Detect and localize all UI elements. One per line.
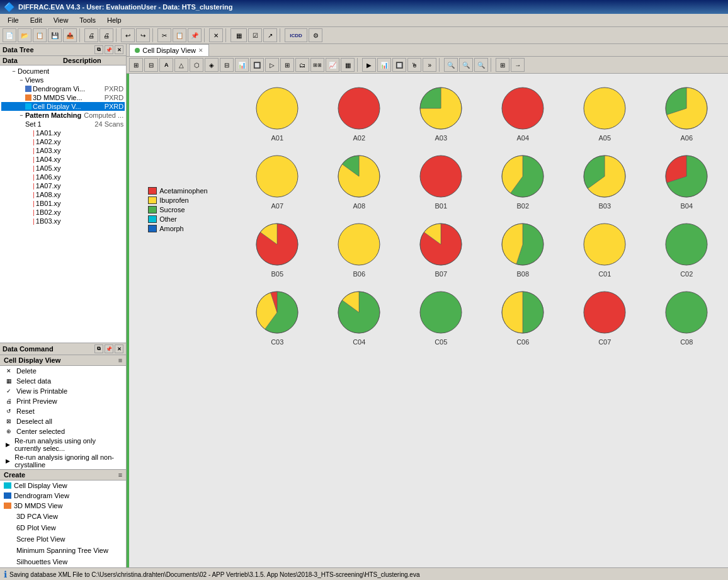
vt-more[interactable]: » — [423, 58, 436, 72]
cell-item-c03[interactable]: C03 — [242, 290, 312, 346]
create-silhouettes[interactable]: Silhouettes View — [0, 556, 126, 567]
tb-undo[interactable]: ↩ — [121, 28, 135, 42]
tb-saveas[interactable]: 📤 — [63, 28, 77, 42]
cmd-select-data[interactable]: ▦ Select data — [0, 376, 126, 386]
cell-item-c02[interactable]: C02 — [652, 222, 721, 278]
cell-item-b06[interactable]: B06 — [324, 222, 394, 278]
close-btn[interactable]: ✕ — [115, 45, 123, 54]
vt-btn5[interactable]: ⬡ — [190, 58, 203, 72]
tree-row-1a06[interactable]: | 1A06.xy — [1, 173, 125, 181]
vt-btn16[interactable]: ▶ — [362, 58, 376, 72]
tree-row-set1[interactable]: Set 1 24 Scans — [1, 120, 125, 128]
cell-item-c01[interactable]: C01 — [570, 222, 639, 278]
cmd-reset[interactable]: ↺ Reset — [0, 406, 126, 416]
tb-cut[interactable]: ✂ — [157, 28, 171, 42]
tb-stop[interactable]: ✕ — [209, 28, 223, 42]
cmd-rerun-noncrystalline[interactable]: ▶ Re-run analysis ignoring all non-cryst… — [0, 453, 126, 469]
create-menu-btn[interactable]: ≡ — [118, 471, 122, 479]
vt-btn9[interactable]: 🔲 — [250, 58, 264, 72]
vt-zoom2[interactable]: 🔍 — [459, 58, 473, 72]
tb-settings[interactable]: ⚙ — [309, 28, 322, 42]
tb-close[interactable]: 📋 — [33, 28, 47, 42]
tb-icdd[interactable]: ICDD — [285, 28, 307, 42]
tree-row-views[interactable]: − Views — [1, 76, 125, 84]
menu-tools[interactable]: Tools — [74, 15, 101, 25]
tb-paste[interactable]: 📌 — [188, 28, 202, 42]
tree-row-patternmatch[interactable]: − Pattern Matching Computed ... — [1, 111, 125, 120]
tree-row-1a08[interactable]: | 1A08.xy — [1, 190, 125, 199]
dc-pin-btn[interactable]: 📌 — [105, 344, 113, 353]
vt-btn11[interactable]: ⊞ — [280, 58, 294, 72]
cell-item-c04[interactable]: C04 — [324, 290, 394, 346]
tree-row-1a02[interactable]: | 1A02.xy — [1, 137, 125, 146]
cell-item-b03[interactable]: B03 — [570, 154, 639, 210]
tb-open[interactable]: 📂 — [18, 28, 31, 42]
vt-btn3[interactable]: A — [159, 58, 173, 72]
vt-zoom3[interactable]: 🔍 — [474, 58, 488, 72]
tb-print[interactable]: 🖨 — [84, 28, 98, 42]
create-6dplot[interactable]: 6D Plot View — [0, 522, 126, 533]
vt-btn4[interactable]: △ — [174, 58, 188, 72]
vt-btn12[interactable]: 🗂 — [295, 58, 309, 72]
tree-row-celldisplay[interactable]: Cell Display V... PXRD — [1, 102, 125, 111]
vt-btn15[interactable]: ▦ — [341, 58, 355, 72]
tree-row-1a07[interactable]: | 1A07.xy — [1, 181, 125, 190]
tb-redo[interactable]: ↪ — [136, 28, 150, 42]
cmd-deselect-all[interactable]: ⊠ Deselect all — [0, 416, 126, 426]
create-scree[interactable]: Scree Plot View — [0, 533, 126, 545]
tb-b3[interactable]: ↗ — [263, 28, 277, 42]
menu-view[interactable]: View — [48, 15, 74, 25]
create-3dpca[interactable]: 3D PCA View — [0, 511, 126, 522]
pin-btn[interactable]: 📌 — [105, 45, 113, 54]
tb-print2[interactable]: 🖨 — [100, 28, 113, 42]
vt-btn19[interactable]: 🖱 — [407, 58, 421, 72]
cell-item-b01[interactable]: B01 — [406, 154, 475, 210]
cmd-delete[interactable]: ✕ Delete — [0, 366, 126, 376]
create-cell-display[interactable]: Cell Display View — [0, 480, 126, 491]
vt-btn14[interactable]: 📈 — [326, 58, 339, 72]
tree-row-1b03[interactable]: | 1B03.xy — [1, 217, 125, 225]
vt-nav[interactable]: ⊞ — [496, 58, 509, 72]
tb-new[interactable]: 📄 — [3, 28, 16, 42]
tree-row-1a05[interactable]: | 1A05.xy — [1, 164, 125, 173]
cell-item-b07[interactable]: B07 — [406, 222, 475, 278]
menu-file[interactable]: File — [3, 15, 24, 25]
menu-edit[interactable]: Edit — [25, 15, 47, 25]
tree-row-1a01[interactable]: | 1A01.xy — [1, 128, 125, 137]
tb-b1[interactable]: ▦ — [230, 28, 247, 42]
vt-btn13[interactable]: ⊞⊞ — [310, 58, 324, 72]
menu-help[interactable]: Help — [102, 15, 127, 25]
dc-close-btn[interactable]: ✕ — [115, 344, 123, 353]
vt-btn6[interactable]: ◈ — [205, 58, 219, 72]
cell-item-a08[interactable]: A08 — [324, 154, 394, 210]
cell-item-c06[interactable]: C06 — [488, 290, 557, 346]
vt-btn8[interactable]: 📊 — [235, 58, 249, 72]
cmd-view-printable[interactable]: ✓ View is Printable — [0, 386, 126, 396]
cmd-print-preview[interactable]: 🖨 Print Preview — [0, 396, 126, 406]
tb-save[interactable]: 💾 — [48, 28, 62, 42]
dc-restore-btn[interactable]: ⧉ — [94, 344, 103, 353]
vt-btn2[interactable]: ⊟ — [144, 58, 158, 72]
tb-b2[interactable]: ☑ — [248, 28, 262, 42]
cell-item-a06[interactable]: A06 — [652, 86, 721, 142]
cmd-rerun-selected[interactable]: ▶ Re-run analysis using only currently s… — [0, 436, 126, 453]
cell-item-b05[interactable]: B05 — [242, 222, 312, 278]
tree-row-1a03[interactable]: | 1A03.xy — [1, 146, 125, 155]
tree-row-1b02[interactable]: | 1B02.xy — [1, 208, 125, 217]
tree-row-document[interactable]: − Document — [1, 67, 125, 76]
tab-celldisplay[interactable]: Cell Display View ✕ — [129, 44, 209, 56]
tb-copy[interactable]: 📋 — [173, 28, 186, 42]
vt-btn17[interactable]: 📊 — [377, 58, 391, 72]
cell-item-a03[interactable]: A03 — [406, 86, 475, 142]
cell-item-c08[interactable]: C08 — [652, 290, 721, 346]
create-dendrogram[interactable]: Dendrogram View — [0, 491, 126, 501]
tree-row-3dmmds[interactable]: 3D MMDS Vie... PXRD — [1, 93, 125, 102]
vt-btn7[interactable]: ⊟ — [220, 58, 234, 72]
restore-btn[interactable]: ⧉ — [94, 45, 103, 54]
cell-item-a07[interactable]: A07 — [242, 154, 312, 210]
create-3dmmds[interactable]: 3D MMDS View — [0, 501, 126, 511]
tab-close-icon[interactable]: ✕ — [198, 47, 203, 54]
cell-item-a05[interactable]: A05 — [570, 86, 639, 142]
cmd-center-selected[interactable]: ⊕ Center selected — [0, 426, 126, 436]
vt-btn18[interactable]: 🔲 — [392, 58, 406, 72]
